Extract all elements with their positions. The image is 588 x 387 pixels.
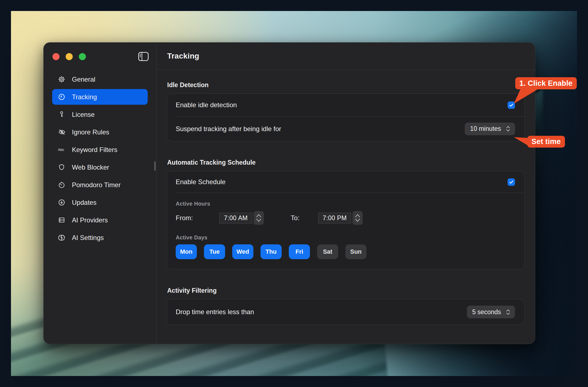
sidebar-item-label: Ignore Rules (72, 128, 109, 136)
to-time-value: 7:00 PM (323, 214, 347, 222)
enable-idle-detection-row: Enable idle detection (167, 94, 524, 116)
suspend-tracking-row: Suspend tracking after being idle for 10… (167, 117, 524, 141)
key-icon (58, 111, 67, 118)
sidebar-item-license[interactable]: License (52, 107, 148, 122)
main-header: Tracking (156, 43, 535, 70)
stopwatch-icon (58, 181, 67, 189)
eye-off-icon (58, 128, 67, 136)
sidebar-item-label: Pomodoro Timer (72, 181, 121, 189)
from-label: From: (176, 214, 219, 222)
to-time-field[interactable]: 7:00 PM (318, 213, 351, 223)
sidebar-item-updates[interactable]: Updates (52, 195, 148, 210)
sidebar-item-ai-providers[interactable]: AI Providers (52, 212, 148, 228)
drop-threshold-value: 5 seconds (472, 308, 501, 316)
checkmark-icon (509, 103, 514, 108)
settings-content: Idle Detection Enable idle detection Sus… (156, 70, 535, 325)
day-fri-button[interactable]: Fri (289, 244, 310, 259)
sidebar-item-label: AI Settings (72, 234, 104, 242)
schedule-details: Active Hours From: 7:00 AM To: (167, 193, 524, 269)
sidebar-item-web-blocker[interactable]: Web Blocker (52, 159, 148, 175)
to-label: To: (291, 214, 299, 222)
sidebar-item-label: AI Providers (72, 216, 108, 224)
sidebar-item-label: General (72, 76, 95, 83)
settings-window: General Tracking License (43, 42, 535, 344)
shield-icon (58, 164, 67, 171)
day-mon-button[interactable]: Mon (176, 244, 197, 259)
chevron-up-down-icon (505, 125, 511, 132)
server-icon (58, 216, 67, 224)
set-time-annotation: Set time (527, 136, 565, 148)
section-title-activity-filtering: Activity Filtering (167, 287, 524, 294)
brain-icon (58, 234, 67, 242)
day-wed-button[interactable]: Wed (232, 244, 253, 259)
section-title-schedule: Automatic Tracking Schedule (167, 159, 524, 166)
activity-filtering-card: Drop time entries less than 5 seconds (167, 299, 525, 325)
idle-detection-card: Enable idle detection Suspend tracking a… (167, 93, 525, 141)
enable-idle-detection-checkbox[interactable] (508, 101, 515, 109)
arrow-down-circle-icon (58, 199, 67, 206)
enable-schedule-row: Enable Schedule (167, 171, 524, 193)
drop-entries-label: Drop time entries less than (176, 308, 254, 316)
active-hours-row: From: 7:00 AM To: 7:00 PM (176, 211, 516, 225)
sidebar-item-label: Tracking (72, 93, 97, 101)
sidebar-item-ignore-rules[interactable]: Ignore Rules (52, 124, 148, 140)
day-sat-button[interactable]: Sat (317, 244, 338, 259)
from-time-field[interactable]: 7:00 AM (219, 213, 252, 223)
sidebar-toggle-icon[interactable] (138, 52, 149, 62)
from-time-stepper[interactable] (254, 211, 264, 225)
enable-schedule-checkbox[interactable] (508, 178, 515, 186)
main-pane: Tracking Idle Detection Enable idle dete… (156, 43, 535, 344)
sidebar-scrollbar[interactable] (154, 161, 156, 171)
suspend-tracking-label: Suspend tracking after being idle for (176, 125, 281, 133)
idle-duration-dropdown[interactable]: 10 minutes (465, 123, 515, 135)
sidebar-item-label: License (72, 111, 95, 118)
day-thu-button[interactable]: Thu (261, 244, 282, 259)
enable-idle-detection-label: Enable idle detection (176, 101, 237, 109)
zoom-button[interactable] (79, 53, 86, 60)
sidebar-item-keyword-filters[interactable]: Abc Keyword Filters (52, 142, 148, 157)
abc-icon: Abc (58, 146, 67, 154)
minimize-button[interactable] (66, 53, 73, 60)
sidebar-item-general[interactable]: General (52, 71, 148, 87)
sidebar-item-label: Web Blocker (72, 164, 109, 171)
gear-icon (58, 76, 67, 83)
sidebar-item-ai-settings[interactable]: AI Settings (52, 230, 148, 245)
sidebar: General Tracking License (44, 43, 156, 344)
day-sun-button[interactable]: Sun (345, 244, 366, 259)
sidebar-item-label: Updates (72, 199, 96, 206)
schedule-card: Enable Schedule Active Hours From: 7:00 … (167, 171, 525, 269)
traffic-lights (52, 53, 86, 60)
sidebar-item-tracking[interactable]: Tracking (52, 89, 148, 105)
sidebar-item-pomodoro-timer[interactable]: Pomodoro Timer (52, 177, 148, 193)
drop-threshold-dropdown[interactable]: 5 seconds (467, 306, 515, 318)
checkmark-icon (509, 179, 514, 185)
active-days-row: Mon Tue Wed Thu Fri Sat Sun (176, 244, 516, 259)
sidebar-item-label: Keyword Filters (72, 146, 117, 154)
svg-text:Abc: Abc (58, 148, 64, 152)
chevron-up-down-icon (505, 308, 511, 316)
day-tue-button[interactable]: Tue (204, 244, 225, 259)
stepper-arrows-icon (353, 212, 362, 224)
active-days-label: Active Days (176, 234, 516, 241)
clock-icon (58, 93, 67, 101)
close-button[interactable] (52, 53, 60, 60)
drop-entries-row: Drop time entries less than 5 seconds (167, 299, 524, 325)
to-time-stepper[interactable] (352, 211, 363, 225)
from-time-value: 7:00 AM (224, 214, 248, 222)
screenshot-frame: { "window": { "title": "Tracking" }, "si… (0, 0, 588, 387)
stepper-arrows-icon (254, 212, 263, 224)
click-enable-annotation: 1. Click Enable (515, 77, 577, 89)
section-title-idle-detection: Idle Detection (167, 81, 524, 89)
active-hours-label: Active Hours (176, 201, 516, 207)
idle-duration-value: 10 minutes (470, 125, 501, 132)
enable-schedule-label: Enable Schedule (176, 178, 225, 186)
page-title: Tracking (167, 52, 199, 60)
